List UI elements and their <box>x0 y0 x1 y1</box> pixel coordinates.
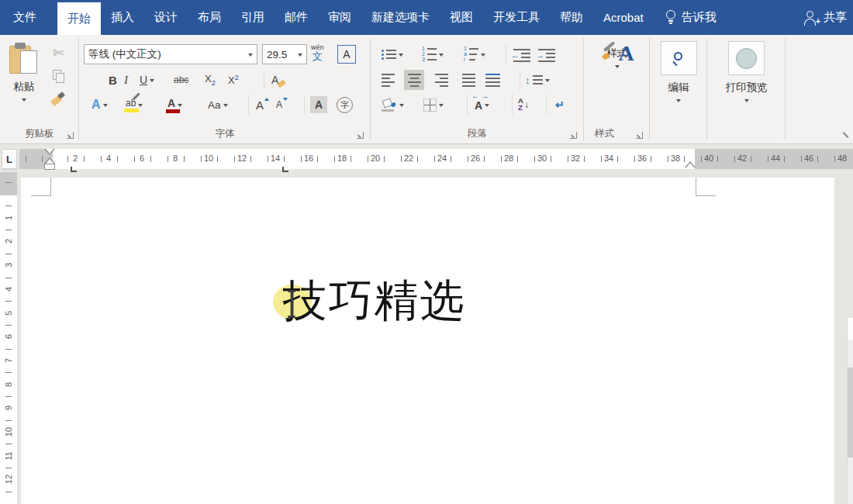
font-size-combobox[interactable]: 29.5 <box>262 44 307 64</box>
phonetic-guide-button[interactable]: wén文 <box>311 43 324 63</box>
tab-插入[interactable]: 插入 <box>101 0 144 35</box>
character-shading-button[interactable]: A <box>310 95 327 115</box>
line-spacing-button[interactable]: ↕ <box>525 70 550 90</box>
styles-button[interactable]: A 样式 <box>584 41 650 71</box>
ruler-tick <box>5 444 12 444</box>
italic-button[interactable]: I <box>124 70 128 90</box>
sort-button[interactable]: AZ ↓ <box>518 95 529 115</box>
asian-layout-button[interactable]: ←→A <box>475 95 489 115</box>
tab-新建选项卡[interactable]: 新建选项卡 <box>361 0 440 35</box>
vertical-scrollbar[interactable] <box>847 318 853 504</box>
tab-开发工具[interactable]: 开发工具 <box>483 0 550 35</box>
decrease-indent-button[interactable]: ← <box>512 44 530 64</box>
paste-button[interactable]: 粘贴 <box>4 43 44 137</box>
highlight-button[interactable]: ab <box>126 95 143 115</box>
increase-indent-button[interactable]: → <box>537 44 555 64</box>
format-painter-button[interactable] <box>45 88 71 111</box>
ruler-number: 44 <box>771 154 780 163</box>
font-name-caret[interactable] <box>248 54 253 59</box>
group-paragraph: 123 1ai ← → <box>371 35 584 143</box>
tab-开始[interactable]: 开始 <box>57 2 101 35</box>
clear-formatting-button[interactable]: A <box>271 70 278 90</box>
tab-stop-marker[interactable] <box>282 167 288 172</box>
multilevel-list-icon: 1ai <box>464 47 478 61</box>
shading-button[interactable] <box>382 95 404 115</box>
change-case-caret[interactable] <box>223 104 228 109</box>
cut-button[interactable]: ✄ <box>45 41 71 64</box>
underline-button[interactable]: U <box>140 70 154 90</box>
print-preview-caret[interactable] <box>744 99 749 105</box>
font-color-button[interactable]: A <box>167 95 182 115</box>
tab-引用[interactable]: 引用 <box>231 0 275 35</box>
shading-caret[interactable] <box>399 104 404 109</box>
justify-button[interactable] <box>458 70 478 90</box>
show-marks-button[interactable]: ↵ <box>555 95 565 115</box>
tab-布局[interactable]: 布局 <box>188 0 231 35</box>
edit-caret[interactable] <box>676 99 681 105</box>
tell-me[interactable]: 告诉我 <box>665 0 717 35</box>
scrollbar-thumb[interactable] <box>848 368 853 457</box>
superscript-button[interactable]: X2 <box>228 70 239 90</box>
font-color-caret[interactable] <box>178 104 182 109</box>
character-border-button[interactable]: A <box>337 44 356 64</box>
clipboard-dialog-launcher[interactable] <box>67 132 74 139</box>
styles-dialog-launcher[interactable] <box>636 132 643 139</box>
bold-button[interactable]: B <box>109 70 117 90</box>
edit-button[interactable]: 编辑 <box>650 41 707 105</box>
tab-selector[interactable]: L <box>2 149 17 169</box>
ruler-number: 24 <box>437 154 447 163</box>
tab-视图[interactable]: 视图 <box>440 0 483 35</box>
numbering-button[interactable]: 123 <box>422 44 444 64</box>
tab-帮助[interactable]: 帮助 <box>550 0 593 35</box>
bullets-caret[interactable] <box>399 54 403 59</box>
align-center-button[interactable] <box>404 70 424 90</box>
print-preview-button[interactable]: 打印预览 <box>707 41 786 105</box>
ruler-tick <box>134 156 135 162</box>
multilevel-list-caret[interactable] <box>481 54 485 59</box>
grow-font-button[interactable]: A <box>256 95 264 115</box>
left-indent-marker[interactable] <box>44 164 55 170</box>
collapse-ribbon-icon[interactable] <box>843 132 849 138</box>
text-effects-button[interactable]: A <box>92 95 108 115</box>
tab-邮件[interactable]: 邮件 <box>275 0 318 35</box>
font-size-caret[interactable] <box>298 54 302 59</box>
copy-button[interactable] <box>45 64 71 88</box>
numbering-caret[interactable] <box>439 54 444 59</box>
share-button[interactable]: + 共享 <box>799 0 851 35</box>
paragraph-dialog-launcher[interactable] <box>570 132 577 139</box>
tab-设计[interactable]: 设计 <box>144 0 188 35</box>
tab-Acrobat[interactable]: Acrobat <box>593 0 654 35</box>
paste-dropdown-caret[interactable] <box>22 98 26 104</box>
borders-caret[interactable] <box>439 104 444 109</box>
underline-caret[interactable] <box>150 79 154 85</box>
ruler-number: 46 <box>804 154 813 163</box>
multilevel-list-button[interactable]: 1ai <box>464 44 485 64</box>
align-right-button[interactable] <box>431 70 451 90</box>
tab-stop-marker[interactable] <box>71 167 77 172</box>
ruler-number: 26 <box>471 154 480 163</box>
text-effects-caret[interactable] <box>103 104 108 109</box>
ruler-number: 5 <box>4 310 13 315</box>
tab-审阅[interactable]: 审阅 <box>318 0 361 35</box>
asian-layout-caret[interactable] <box>485 104 489 109</box>
shrink-font-button[interactable]: A <box>276 95 282 115</box>
line-spacing-caret[interactable] <box>545 79 550 85</box>
highlight-caret[interactable] <box>138 104 143 109</box>
align-left-button[interactable] <box>378 70 398 90</box>
scroll-up-button[interactable] <box>848 318 853 340</box>
ruler-tick <box>184 156 185 162</box>
font-dialog-launcher[interactable] <box>357 132 364 139</box>
change-case-button[interactable]: Aa <box>208 95 228 115</box>
subscript-button[interactable]: X2 <box>205 70 216 90</box>
ruler-number: 38 <box>671 154 680 163</box>
distribute-button[interactable]: ↔ <box>485 70 500 90</box>
font-name-combobox[interactable]: 等线 (中文正文) <box>84 44 257 64</box>
borders-button[interactable] <box>423 95 444 115</box>
bullets-button[interactable] <box>382 44 403 64</box>
tab-file[interactable]: 文件 <box>0 0 50 35</box>
styles-caret[interactable] <box>615 65 620 71</box>
document-page[interactable]: 技巧精选 <box>21 178 834 504</box>
strikethrough-button[interactable]: abc <box>174 70 188 90</box>
ruler-tick <box>5 230 12 230</box>
enclose-characters-button[interactable]: 字 <box>337 95 353 115</box>
